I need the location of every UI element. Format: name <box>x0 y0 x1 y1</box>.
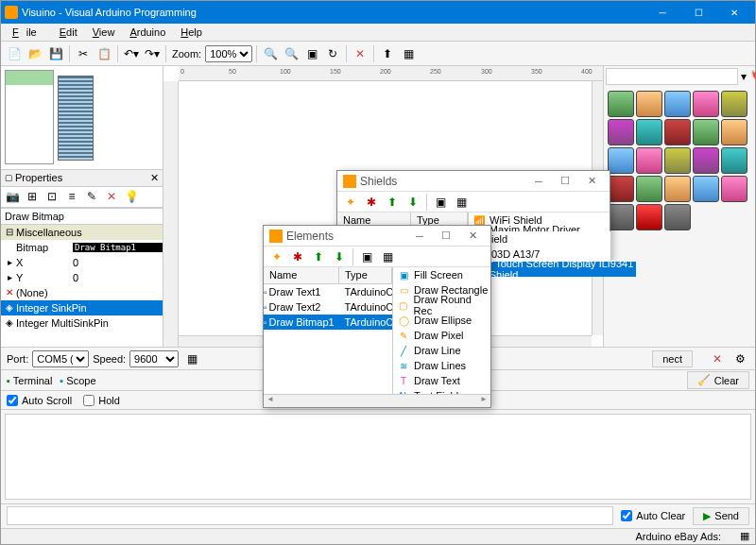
palette-item[interactable] <box>608 119 634 145</box>
palette-btn1[interactable]: ▾ <box>740 67 747 86</box>
palette-item[interactable] <box>693 147 719 174</box>
auto-scroll-checkbox[interactable]: Auto Scroll <box>7 395 72 406</box>
palette-item[interactable] <box>721 147 747 174</box>
send-button[interactable]: ▶ Send <box>693 507 749 525</box>
palette-item[interactable] <box>693 91 719 117</box>
palette-item[interactable] <box>664 91 691 117</box>
prop-y[interactable]: ▸Y0 <box>1 270 163 285</box>
elements-list[interactable]: NameType ▫Draw Text1TArduinoColo ▫Draw T… <box>264 267 392 394</box>
terminal-tab[interactable]: ▪ Terminal <box>7 375 52 386</box>
palette-item[interactable] <box>721 176 747 202</box>
list-item-selected[interactable]: ▫Draw Bitmap1TArduinoColo <box>264 315 392 330</box>
dlg-max-icon[interactable]: ☐ <box>434 227 458 246</box>
list-item[interactable]: ▣Fill Screen <box>393 267 490 282</box>
zoom-out-icon[interactable]: 🔍 <box>282 44 301 63</box>
palette-item[interactable] <box>636 119 662 145</box>
board-icon[interactable]: ▦ <box>399 44 418 63</box>
component-thumbnail[interactable] <box>58 76 94 161</box>
menu-view[interactable]: View <box>85 25 123 40</box>
port-btn[interactable]: ▦ <box>182 349 201 368</box>
tool-icon[interactable]: ▣ <box>357 247 376 266</box>
open-icon[interactable]: 📂 <box>26 44 44 63</box>
prop-bitmap[interactable]: Bitmap Draw Bitmap1 <box>1 240 163 255</box>
save-icon[interactable]: 💾 <box>46 44 65 63</box>
refresh-icon[interactable]: ↻ <box>323 44 342 63</box>
palette-item[interactable] <box>664 176 691 202</box>
palette-item[interactable] <box>664 204 691 230</box>
canvas-thumbnail[interactable] <box>5 70 54 164</box>
tool-icon[interactable]: ▣ <box>431 193 450 212</box>
prop-none[interactable]: ✕(None) <box>1 285 163 300</box>
add-icon[interactable]: ✦ <box>341 193 360 212</box>
clear-button[interactable]: 🧹 Clear <box>687 371 749 389</box>
tool-icon2[interactable]: ▦ <box>378 247 397 266</box>
prop-int-sink[interactable]: ◈Integer SinkPin <box>1 300 163 315</box>
panel-close-icon[interactable]: ✕ <box>150 172 159 184</box>
down-icon[interactable]: ⬇ <box>404 193 422 212</box>
status-icon[interactable]: ▦ <box>740 530 749 542</box>
palette-btn2[interactable]: 🔖 <box>749 67 756 86</box>
list-item[interactable]: ▫Draw Text2TArduinoColo <box>264 299 392 315</box>
palette-item[interactable] <box>608 91 634 117</box>
hold-checkbox[interactable]: Hold <box>83 395 120 406</box>
prop-btn3[interactable]: ⊡ <box>43 187 61 206</box>
upload-icon[interactable]: ⬆ <box>378 44 397 63</box>
tree-misc[interactable]: ⊟Miscellaneous <box>1 225 163 240</box>
close-button[interactable] <box>717 1 751 24</box>
palette-item[interactable] <box>636 204 662 230</box>
remove-icon[interactable]: ✱ <box>362 193 381 212</box>
shields-titlebar[interactable]: Shields ─ ☐ ✕ <box>337 171 610 192</box>
prop-x[interactable]: ▸X0 <box>1 255 163 270</box>
palette-item[interactable] <box>636 91 662 117</box>
list-item[interactable]: ✎Draw Pixel <box>393 328 490 343</box>
maximize-button[interactable] <box>681 1 715 24</box>
zoom-fit-icon[interactable]: ▣ <box>302 44 321 63</box>
up-icon[interactable]: ⬆ <box>383 193 402 212</box>
tool-icon2[interactable]: ▦ <box>452 193 471 212</box>
list-item-selected[interactable]: ▫r Touch Screen Display ILI9341 Shield <box>471 262 636 277</box>
list-item[interactable]: ▫Draw Text1TArduinoColo <box>264 284 392 299</box>
menu-arduino[interactable]: Arduino <box>122 25 173 40</box>
list-item[interactable]: TDraw Text <box>393 373 490 388</box>
paste-icon[interactable]: 📋 <box>94 44 113 63</box>
zoom-select[interactable]: 100% <box>205 45 252 62</box>
dlg-min-icon[interactable]: ─ <box>526 172 551 191</box>
scope-tab[interactable]: ▪ Scope <box>60 375 95 386</box>
elements-scrollbar[interactable] <box>264 394 490 407</box>
list-item[interactable]: ▫ield <box>471 231 610 247</box>
palette-item[interactable] <box>664 147 691 174</box>
new-icon[interactable]: 📄 <box>5 44 24 63</box>
connect-button[interactable]: nect <box>652 350 693 367</box>
list-item[interactable]: ▢Draw Round Rec <box>393 298 490 313</box>
menu-help[interactable]: Help <box>173 25 210 40</box>
palette-item[interactable] <box>608 147 634 174</box>
down-icon[interactable]: ⬇ <box>330 247 349 266</box>
prop-btn7[interactable]: 💡 <box>122 187 141 206</box>
prop-btn5[interactable]: ✎ <box>82 187 101 206</box>
terminal-output[interactable] <box>5 414 751 499</box>
remove-icon[interactable]: ✱ <box>288 247 307 266</box>
dlg-close-icon[interactable]: ✕ <box>579 172 604 191</box>
properties-tree[interactable]: ⊟Miscellaneous Bitmap Draw Bitmap1 ▸X0 ▸… <box>1 225 163 348</box>
port-select[interactable]: COM5 (L <box>32 350 89 367</box>
prop-btn1[interactable]: 📷 <box>3 187 22 206</box>
dlg-max-icon[interactable]: ☐ <box>553 172 577 191</box>
palette-search[interactable] <box>606 68 738 85</box>
elements-titlebar[interactable]: Elements ─ ☐ ✕ <box>264 226 490 247</box>
gear-icon[interactable]: ⚙ <box>730 349 749 368</box>
zoom-in-icon[interactable]: 🔍 <box>261 44 280 63</box>
auto-clear-checkbox[interactable]: Auto Clear <box>621 510 685 521</box>
dlg-min-icon[interactable]: ─ <box>407 227 432 246</box>
palette-item[interactable] <box>721 91 747 117</box>
minimize-button[interactable] <box>645 1 679 24</box>
prop-btn2[interactable]: ⊞ <box>23 187 42 206</box>
menu-edit[interactable]: Edit <box>52 25 85 40</box>
list-item[interactable]: ╱Draw Line <box>393 343 490 358</box>
palette-item[interactable] <box>664 119 691 145</box>
undo-icon[interactable]: ↶▾ <box>122 44 141 63</box>
palette-item[interactable] <box>636 176 662 202</box>
expand-icon[interactable]: ✕ <box>708 349 727 368</box>
dlg-close-icon[interactable]: ✕ <box>460 227 485 246</box>
palette-item[interactable] <box>693 176 719 202</box>
add-icon[interactable]: ✦ <box>267 247 286 266</box>
